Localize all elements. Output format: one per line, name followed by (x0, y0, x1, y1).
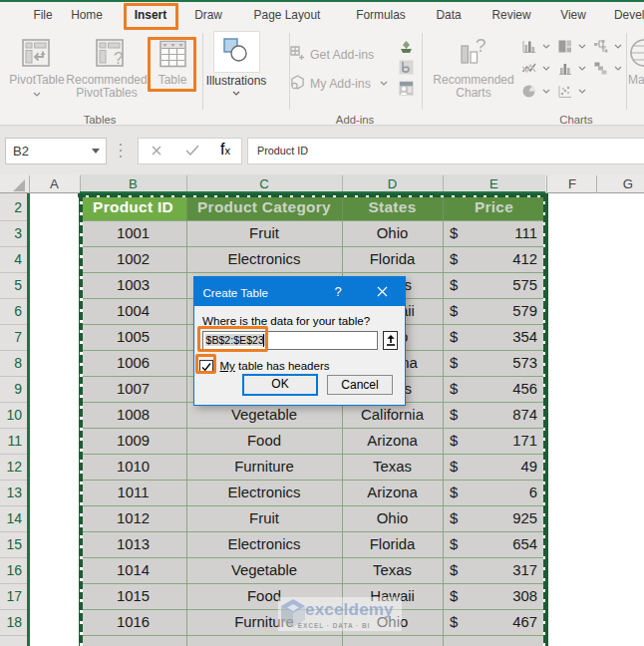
svg-text:?: ? (476, 38, 486, 56)
svg-text:?: ? (114, 49, 123, 67)
